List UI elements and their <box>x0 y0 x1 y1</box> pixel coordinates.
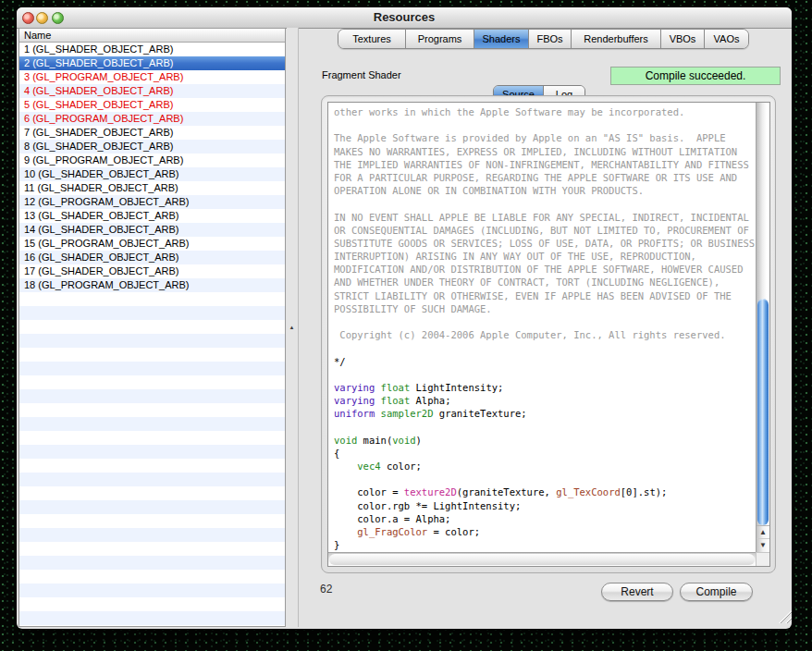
scroll-up-arrow-icon[interactable]: ▲ <box>757 525 769 539</box>
list-item[interactable]: 1 (GL_SHADER_OBJECT_ARB) <box>19 43 285 56</box>
tab-vbos[interactable]: VBOs <box>661 30 705 48</box>
list-item[interactable]: 7 (GL_SHADER_OBJECT_ARB) <box>19 126 285 140</box>
window-resize-grip[interactable] <box>778 609 792 623</box>
horizontal-scrollbar-thumb[interactable] <box>329 554 755 565</box>
resource-type-tabs: TexturesProgramsShadersFBOsRenderbuffers… <box>338 29 749 49</box>
list-item[interactable]: 9 (GL_PROGRAM_OBJECT_ARB) <box>19 154 285 167</box>
list-rows: 1 (GL_SHADER_OBJECT_ARB)2 (GL_SHADER_OBJ… <box>19 43 285 292</box>
list-item[interactable]: 11 (GL_SHADER_OBJECT_ARB) <box>19 181 285 195</box>
list-item[interactable]: 3 (GL_PROGRAM_OBJECT_ARB) <box>19 70 285 84</box>
line-count-label: 62 <box>320 583 332 596</box>
list-item[interactable]: 2 (GL_SHADER_OBJECT_ARB) <box>19 56 285 70</box>
list-filler-stripes <box>19 292 285 626</box>
source-editor: other works in which the Apple Software … <box>327 102 770 567</box>
list-item[interactable]: 4 (GL_SHADER_OBJECT_ARB) <box>19 84 285 98</box>
list-item[interactable]: 14 (GL_SHADER_OBJECT_ARB) <box>19 223 285 237</box>
tab-fbos[interactable]: FBOs <box>529 30 572 48</box>
list-item[interactable]: 17 (GL_SHADER_OBJECT_ARB) <box>19 264 285 278</box>
name-column-header[interactable]: Name <box>19 29 285 43</box>
list-item[interactable]: 8 (GL_SHADER_OBJECT_ARB) <box>19 140 285 154</box>
list-item[interactable]: 15 (GL_PROGRAM_OBJECT_ARB) <box>19 237 285 251</box>
list-item[interactable]: 18 (GL_PROGRAM_OBJECT_ARB) <box>19 278 285 292</box>
tab-shaders[interactable]: Shaders <box>474 30 529 48</box>
window-title: Resources <box>17 10 792 24</box>
source-text[interactable]: other works in which the Apple Software … <box>328 103 756 552</box>
resources-window: Resources Name 1 (GL_SHADER_OBJECT_ARB)2… <box>17 7 792 629</box>
tab-textures[interactable]: Textures <box>338 30 406 48</box>
vertical-scrollbar-track[interactable]: ▲ ▼ <box>756 103 769 552</box>
revert-button[interactable]: Revert <box>601 583 673 601</box>
shader-source-groupbox: other works in which the Apple Software … <box>321 95 776 573</box>
titlebar[interactable]: Resources <box>17 7 792 29</box>
list-item[interactable]: 6 (GL_PROGRAM_OBJECT_ARB) <box>19 112 285 126</box>
shader-type-label: Fragment Shader <box>322 69 401 80</box>
horizontal-scrollbar-track[interactable] <box>328 552 756 566</box>
list-item[interactable]: 16 (GL_SHADER_OBJECT_ARB) <box>19 251 285 264</box>
vertical-scrollbar-thumb[interactable] <box>757 299 769 525</box>
tab-vaos[interactable]: VAOs <box>705 30 748 48</box>
scrollbar-corner <box>756 552 769 566</box>
compile-status-badge: Compile succeeded. <box>610 67 781 85</box>
list-item[interactable]: 5 (GL_SHADER_OBJECT_ARB) <box>19 98 285 112</box>
list-item[interactable]: 10 (GL_SHADER_OBJECT_ARB) <box>19 167 285 181</box>
desktop: { "window": { "title": "Resources" }, "s… <box>0 0 812 651</box>
scroll-indicator-icon: ▲ <box>287 324 297 331</box>
list-item[interactable]: 12 (GL_PROGRAM_OBJECT_ARB) <box>19 195 285 209</box>
resource-list: Name 1 (GL_SHADER_OBJECT_ARB)2 (GL_SHADE… <box>18 28 286 627</box>
compile-button[interactable]: Compile <box>680 583 753 601</box>
panel-divider <box>298 28 299 627</box>
tab-programs[interactable]: Programs <box>406 30 474 48</box>
list-item[interactable]: 13 (GL_SHADER_OBJECT_ARB) <box>19 209 285 223</box>
tab-renderbuffers[interactable]: Renderbuffers <box>572 30 661 48</box>
scroll-down-arrow-icon[interactable]: ▼ <box>757 538 769 552</box>
